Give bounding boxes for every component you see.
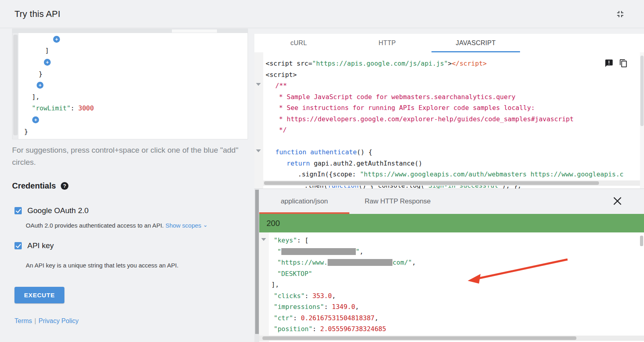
show-scopes-link[interactable]: Show scopes <box>165 222 201 229</box>
response-horizontal-scrollbar[interactable] <box>259 336 644 341</box>
code-token: ], <box>271 281 279 288</box>
code-line <box>266 136 644 147</box>
request-body-editor[interactable]: +]+}+],"rowLimit": 3000+} <box>12 29 248 139</box>
page-title: Try this API <box>14 0 60 28</box>
oauth-checkbox[interactable] <box>14 207 22 214</box>
editor-line: } <box>19 126 248 137</box>
api-key-description: An API key is a unique string that lets … <box>26 262 178 269</box>
code-sample-tabbar: cURL HTTP JAVASCRIPT <box>254 34 644 52</box>
oauth-credential-row: Google OAuth 2.0 <box>14 206 89 215</box>
code-line: */ <box>266 124 644 136</box>
editor-line: + <box>19 114 248 126</box>
code-token: } <box>24 128 28 135</box>
code-token: </script> <box>452 60 487 67</box>
code-token: */ <box>279 126 287 134</box>
code-token: authenticate <box>310 148 357 156</box>
editor-line: + <box>19 33 248 45</box>
api-key-credential-row: API key <box>14 241 54 250</box>
code-vertical-scrollbar[interactable] <box>640 52 644 189</box>
privacy-policy-link[interactable]: Privacy Policy <box>39 317 79 324</box>
code-token: " <box>277 248 281 255</box>
editor-line: } <box>19 68 248 80</box>
response-line: "clicks": 353.0, <box>259 290 644 302</box>
response-line: "DESKTOP" <box>259 268 644 280</box>
editor-horizontal-scrollbar[interactable] <box>12 29 248 33</box>
code-token: : <box>293 314 301 322</box>
terms-link[interactable]: Terms <box>14 317 32 324</box>
editor-line: + <box>19 56 248 68</box>
code-token: "position" <box>274 325 312 333</box>
red-arrow-annotation <box>464 255 572 288</box>
code-line: * https://developers.google.com/explorer… <box>266 114 644 125</box>
add-circle-button[interactable]: + <box>37 82 43 89</box>
code-token: * Sample JavaScript code for webmasters.… <box>279 93 516 101</box>
add-circle-button[interactable]: + <box>44 59 51 66</box>
tab-curl[interactable]: cURL <box>254 34 343 52</box>
response-vertical-scrollbar[interactable] <box>640 236 643 246</box>
code-token: : <box>324 303 332 311</box>
fold-triangle-icon[interactable] <box>256 83 261 86</box>
code-token: * See instructions for running APIs Expl… <box>279 104 535 112</box>
response-line: "https://www.com/", <box>259 257 644 268</box>
response-line: "ctr": 0.26167531504818387, <box>259 313 644 324</box>
editor-line: ] <box>19 45 248 57</box>
collapse-panel-icon[interactable] <box>615 9 625 19</box>
code-fold-gutter <box>254 52 263 189</box>
chevron-down-icon: ⌄ <box>203 222 208 228</box>
code-token: 3000 <box>78 104 94 112</box>
code-horizontal-scrollbar[interactable] <box>263 180 644 186</box>
code-line: return gapi.auth2.getAuthInstance() <box>266 158 644 169</box>
help-icon[interactable]: ? <box>61 182 68 190</box>
code-token: } <box>39 70 43 78</box>
response-line: ], <box>259 279 644 290</box>
suggestions-hint-text: For suggestions, press control+space or … <box>12 144 242 168</box>
code-token: , <box>355 303 359 311</box>
execute-button[interactable]: EXECUTE <box>14 287 64 303</box>
copy-icon[interactable] <box>619 59 628 68</box>
code-token: : <box>70 104 78 112</box>
tab-raw-http-response[interactable]: Raw HTTP Response <box>349 189 446 213</box>
tab-application-json[interactable]: application/json <box>259 189 349 213</box>
code-token <box>306 148 310 156</box>
credentials-section-title: Credentials ? <box>12 181 68 191</box>
api-key-checkbox[interactable] <box>14 242 22 249</box>
code-token: , <box>412 259 416 266</box>
code-token: "https://www. <box>277 259 328 266</box>
code-token: , <box>332 292 336 300</box>
code-token: "ctr" <box>274 314 293 322</box>
add-circle-button[interactable]: + <box>53 36 60 43</box>
fold-triangle-icon[interactable] <box>256 149 261 152</box>
response-line: "", <box>259 246 644 257</box>
tab-javascript[interactable]: JAVASCRIPT <box>431 34 520 52</box>
add-circle-button[interactable]: + <box>32 116 39 123</box>
code-line: * Sample JavaScript code for webmasters.… <box>266 91 644 103</box>
code-token: "clicks" <box>274 292 305 300</box>
code-line: <script> <box>266 69 644 81</box>
redacted-text <box>281 248 356 255</box>
response-line: "keys": [ <box>259 235 644 246</box>
code-token: 0.26167531504818387 <box>301 314 374 322</box>
code-line: function authenticate() { <box>266 147 644 158</box>
close-icon[interactable] <box>612 195 623 207</box>
code-token: ], <box>32 93 39 101</box>
feedback-icon[interactable] <box>605 59 613 68</box>
footer-links: Terms|Privacy Policy <box>14 317 78 325</box>
response-line: "impressions": 1349.0, <box>259 301 644 313</box>
code-token: "https://apis.google.com/js/api.js" <box>312 60 448 67</box>
status-code: 200 <box>266 219 280 228</box>
editor-vertical-scrollbar[interactable] <box>12 33 19 139</box>
api-key-label: API key <box>27 241 54 250</box>
code-token: () { <box>357 148 372 156</box>
code-token: * https://developers.google.com/explorer… <box>279 115 574 123</box>
response-left-scrollbar[interactable] <box>254 189 259 342</box>
code-line: /** <box>266 80 644 91</box>
code-sample-panel: <script src="https://apis.google.com/js/… <box>254 52 644 189</box>
code-token: "https://www.googleapis.com/auth/webmast… <box>360 170 623 178</box>
code-token: 1349.0 <box>332 303 355 311</box>
try-this-api-header: Try this API <box>0 0 644 28</box>
tab-http[interactable]: HTTP <box>343 34 431 52</box>
code-token: > <box>448 60 452 67</box>
code-token: "rowLimit" <box>32 104 70 112</box>
oauth-label: Google OAuth 2.0 <box>27 206 89 215</box>
editor-line: ], <box>19 91 248 103</box>
